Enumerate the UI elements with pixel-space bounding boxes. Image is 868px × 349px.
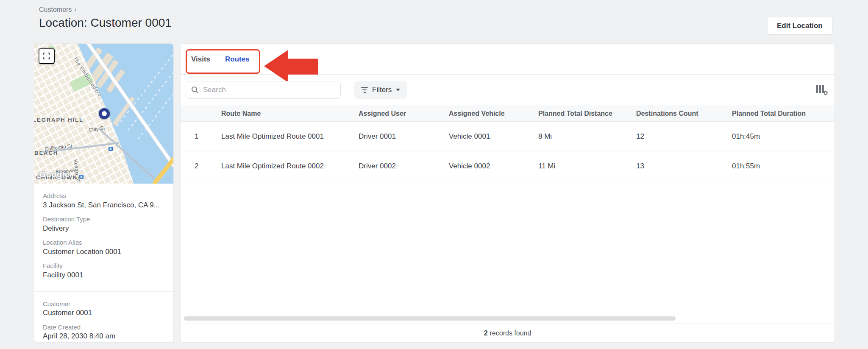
map-label-telegraph-hill: LEGRAPH HILL xyxy=(34,117,83,123)
records-found-status: 2 records found xyxy=(181,324,835,343)
records-count-suffix: records found xyxy=(490,329,531,337)
cell-destinations-count: 13 xyxy=(636,162,732,170)
cell-planned-total-distance: 8 Mi xyxy=(538,132,636,141)
field-value: 3 Jackson St, San Francisco, CA 9... xyxy=(43,200,165,211)
field-value: Customer 0001 xyxy=(43,308,165,318)
breadcrumb[interactable]: Customers› xyxy=(39,6,77,14)
map-pier xyxy=(113,96,135,126)
map-fullscreen-button[interactable] xyxy=(39,48,55,64)
chevron-down-icon xyxy=(396,89,400,91)
location-map[interactable]: The Embarcadero LEGRAPH HILL BEACH Broad… xyxy=(34,44,174,184)
cell-planned-total-duration: 01h:55m xyxy=(732,162,835,170)
gear-icon xyxy=(823,90,829,96)
filter-icon xyxy=(361,87,368,93)
field-label: Destination Type xyxy=(43,215,165,223)
detail-field-facility: Facility Facility 0001 xyxy=(43,262,165,280)
field-label: Location Alias xyxy=(43,238,165,247)
tab-visits[interactable]: Visits xyxy=(191,44,210,75)
cell-index: 1 xyxy=(181,132,221,141)
cell-assigned-user: Driver 0001 xyxy=(359,132,449,141)
field-label: Date Created xyxy=(43,323,165,332)
map-ferry-line xyxy=(138,59,174,139)
detail-field-location-alias: Location Alias Customer Location 0001 xyxy=(43,238,165,257)
header-route-name[interactable]: Route Name xyxy=(221,110,359,117)
edit-location-button[interactable]: Edit Location xyxy=(767,17,832,34)
cell-planned-total-duration: 01h:45m xyxy=(732,132,835,141)
header-destinations-count[interactable]: Destinations Count xyxy=(636,110,732,117)
field-label: Address xyxy=(43,192,165,200)
breadcrumb-customers-link[interactable]: Customers xyxy=(39,6,72,13)
detail-field-address: Address 3 Jackson St, San Francisco, CA … xyxy=(43,192,165,210)
detail-field-customer: Customer Customer 0001 xyxy=(43,300,165,318)
table-row[interactable]: 1 Last Mile Optimized Route 0001 Driver … xyxy=(181,122,835,151)
search-icon xyxy=(191,86,199,94)
google-logo: Google xyxy=(39,170,70,179)
header-assigned-user[interactable]: Assigned User xyxy=(359,110,449,117)
routes-panel: Visits Routes Filters xyxy=(180,43,835,343)
column-settings-button[interactable] xyxy=(815,84,829,97)
records-count: 2 xyxy=(484,329,488,337)
routes-table: Route Name Assigned User Assigned Vehicl… xyxy=(181,106,835,181)
filters-button[interactable]: Filters xyxy=(354,81,407,99)
field-label: Facility xyxy=(43,262,165,270)
horizontal-scrollbar[interactable] xyxy=(184,316,676,321)
location-detail-screen: Customers› Location: Customer 0001 Edit … xyxy=(0,0,868,349)
breadcrumb-separator: › xyxy=(74,6,76,13)
field-value: April 28, 2030 8:40 am xyxy=(43,331,165,342)
customer-details-section: Customer Customer 0001 Date Created Apri… xyxy=(34,292,173,343)
tabs-bar: Visits Routes xyxy=(181,44,835,75)
location-summary-card: The Embarcadero LEGRAPH HILL BEACH Broad… xyxy=(34,43,174,343)
table-header-row: Route Name Assigned User Assigned Vehicl… xyxy=(181,106,835,122)
field-label: Customer xyxy=(43,300,165,308)
field-value: Delivery xyxy=(43,223,165,234)
cell-assigned-vehicle: Vehicle 0001 xyxy=(449,132,538,141)
location-marker xyxy=(99,108,110,119)
cell-route-name[interactable]: Last Mile Optimized Route 0001 xyxy=(221,132,359,141)
field-value: Customer Location 0001 xyxy=(43,247,165,257)
detail-field-destination-type: Destination Type Delivery xyxy=(43,215,165,234)
fullscreen-icon xyxy=(43,53,50,59)
filters-button-label: Filters xyxy=(372,86,392,94)
location-details-section: Address 3 Jackson St, San Francisco, CA … xyxy=(34,184,173,289)
detail-field-date-created: Date Created April 28, 2030 8:40 am xyxy=(43,323,165,342)
search-box[interactable] xyxy=(186,81,341,99)
active-tab-underline xyxy=(222,73,254,74)
cell-route-name[interactable]: Last Mile Optimized Route 0002 xyxy=(221,162,359,170)
page-title: Location: Customer 0001 xyxy=(39,16,172,30)
transit-station-icon xyxy=(108,147,113,151)
cell-destinations-count: 12 xyxy=(636,132,732,141)
cell-assigned-user: Driver 0002 xyxy=(359,162,449,170)
header-planned-total-duration[interactable]: Planned Total Duration xyxy=(732,110,835,117)
header-assigned-vehicle[interactable]: Assigned Vehicle xyxy=(449,110,538,117)
cell-assigned-vehicle: Vehicle 0002 xyxy=(449,162,538,170)
tab-routes[interactable]: Routes xyxy=(225,44,250,75)
cell-index: 2 xyxy=(181,162,221,170)
table-row[interactable]: 2 Last Mile Optimized Route 0002 Driver … xyxy=(181,151,835,181)
search-input[interactable] xyxy=(203,86,335,94)
header-planned-total-distance[interactable]: Planned Total Distance xyxy=(538,110,636,117)
field-value: Facility 0001 xyxy=(43,270,165,281)
map-ferry-line xyxy=(117,46,174,126)
cell-planned-total-distance: 11 Mi xyxy=(538,162,636,170)
